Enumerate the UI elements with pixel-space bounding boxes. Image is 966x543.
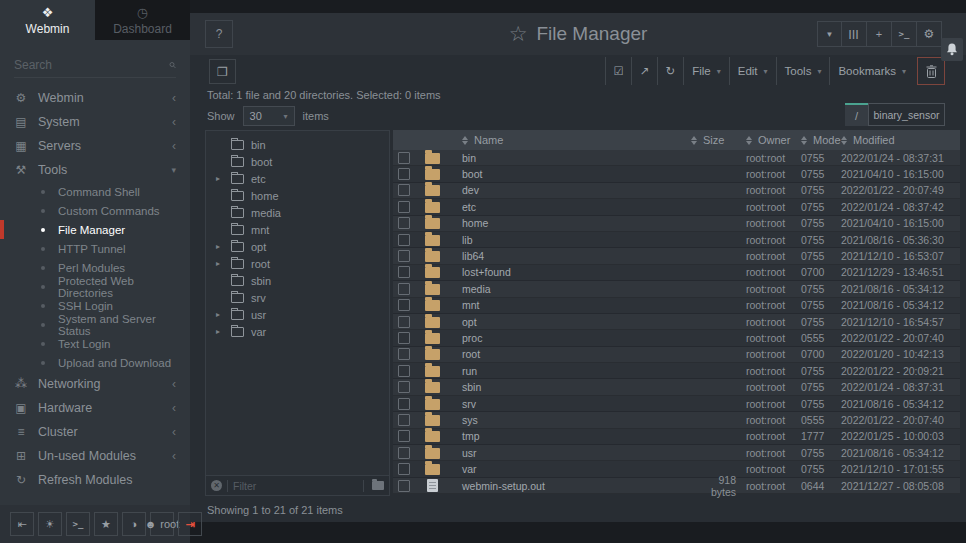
sidebar-footer-button[interactable]: ☀ [38, 512, 62, 536]
header-button[interactable]: ▼ [817, 21, 842, 47]
row-checkbox[interactable] [398, 234, 410, 246]
header-button[interactable]: + [867, 21, 892, 47]
expand-arrow-icon[interactable]: ▸ [216, 327, 224, 336]
sidebar-menu-item[interactable]: ⁂ Networking [0, 372, 190, 396]
table-row[interactable]: etc root:root 0755 2022/01/24 - 08:37:42 [393, 199, 960, 215]
table-row[interactable]: opt root:root 0755 2021/12/10 - 16:54:57 [393, 314, 960, 330]
tree-filter-input[interactable] [233, 480, 358, 492]
tree-item[interactable]: ▸ bin [206, 136, 389, 153]
expand-arrow-icon[interactable]: ▸ [216, 259, 224, 268]
column-header-modified[interactable]: Modified [841, 134, 960, 146]
sidebar-footer-button[interactable]: ☻ root [150, 512, 174, 536]
toolbar-icon-button[interactable]: ☑ [605, 57, 631, 85]
row-checkbox[interactable] [398, 184, 410, 196]
sidebar-menu-item[interactable]: System and Server Status [0, 315, 190, 334]
sidebar-footer-button[interactable]: ★ [94, 512, 118, 536]
row-checkbox[interactable] [398, 299, 410, 311]
row-checkbox[interactable] [398, 398, 410, 410]
sidebar-menu-item[interactable]: Protected Web Directories [0, 277, 190, 296]
sidebar-menu-item[interactable]: ↻ Refresh Modules [0, 468, 190, 492]
expand-arrow-icon[interactable]: ▸ [216, 242, 224, 251]
table-row[interactable]: sbin root:root 0755 2022/01/24 - 08:37:3… [393, 379, 960, 395]
table-row[interactable]: sys root:root 0555 2022/01/22 - 20:07:40 [393, 412, 960, 428]
sidebar-footer-button[interactable]: >_ [66, 512, 90, 536]
column-header-owner[interactable]: Owner [746, 134, 801, 146]
sidebar-footer-button[interactable]: ⇥ [178, 512, 202, 536]
expand-arrow-icon[interactable]: ▸ [216, 310, 224, 319]
expand-arrow-icon[interactable]: ▸ [216, 174, 224, 183]
tree-item[interactable]: ▸ var [206, 323, 389, 340]
row-checkbox[interactable] [398, 381, 410, 393]
table-row[interactable]: proc root:root 0555 2022/01/22 - 20:07:4… [393, 330, 960, 346]
table-row[interactable]: lost+found root:root 0700 2021/12/29 - 1… [393, 265, 960, 281]
sidebar-menu-item[interactable]: ⊞ Un-used Modules [0, 444, 190, 468]
sidebar-menu-item[interactable]: ▦ Servers [0, 134, 190, 158]
column-header-mode[interactable]: Mode [801, 134, 841, 146]
table-row[interactable]: lib root:root 0755 2021/08/16 - 05:36:30 [393, 232, 960, 248]
sidebar-menu-item[interactable]: File Manager [0, 220, 190, 239]
table-row[interactable]: mnt root:root 0755 2021/08/16 - 05:34:12 [393, 298, 960, 314]
row-checkbox[interactable] [398, 348, 410, 360]
row-checkbox[interactable] [398, 152, 410, 164]
tree-item[interactable]: ▸ root [206, 255, 389, 272]
header-button[interactable]: >_ [892, 21, 917, 47]
sidebar-menu-item[interactable]: ▤ System [0, 110, 190, 134]
copy-path-button[interactable]: ❐ [209, 59, 236, 84]
toolbar-menu-button[interactable]: File [683, 57, 729, 85]
sidebar-tab[interactable]: ❖ Webmin [0, 0, 95, 40]
row-checkbox[interactable] [398, 480, 410, 492]
table-row[interactable]: boot root:root 0755 2021/04/10 - 16:15:0… [393, 166, 960, 182]
sidebar-menu-item[interactable]: Upload and Download [0, 353, 190, 372]
row-checkbox[interactable] [398, 283, 410, 295]
table-row[interactable]: var root:root 0755 2021/12/10 - 17:01:55 [393, 461, 960, 477]
search-input[interactable] [14, 58, 169, 72]
table-row[interactable]: dev root:root 0755 2022/01/22 - 20:07:49 [393, 183, 960, 199]
tree-item[interactable]: ▸ media [206, 204, 389, 221]
sidebar-menu-item[interactable]: ⚒ Tools [0, 158, 190, 182]
clear-filter-icon[interactable]: ✕ [211, 480, 222, 491]
sidebar-footer-button[interactable]: ⇤ [10, 512, 34, 536]
row-checkbox[interactable] [398, 217, 410, 229]
table-row[interactable]: srv root:root 0755 2021/08/16 - 05:34:12 [393, 396, 960, 412]
row-checkbox[interactable] [398, 316, 410, 328]
table-row[interactable]: home root:root 0755 2021/04/10 - 16:15:0… [393, 216, 960, 232]
header-button[interactable]: ⚙ [917, 21, 942, 47]
sidebar-menu-item[interactable]: ⚙ Webmin [0, 86, 190, 110]
sidebar-footer-button[interactable]: ◑ [122, 512, 146, 536]
table-row[interactable]: tmp root:root 1777 2022/01/25 - 10:00:03 [393, 429, 960, 445]
toolbar-menu-button[interactable]: Tools [776, 57, 830, 85]
tree-item[interactable]: ▸ etc [206, 170, 389, 187]
row-checkbox[interactable] [398, 447, 410, 459]
trash-button[interactable] [917, 57, 945, 85]
column-header-size[interactable]: Size [691, 134, 746, 146]
favorite-star-icon[interactable]: ☆ [509, 22, 528, 46]
help-button[interactable]: ? [205, 20, 233, 48]
table-row[interactable]: run root:root 0755 2022/01/22 - 20:09:21 [393, 363, 960, 379]
sidebar-menu-item[interactable]: Text Login [0, 334, 190, 353]
tree-item[interactable]: ▸ mnt [206, 221, 389, 238]
sidebar-menu-item[interactable]: ≡ Cluster [0, 420, 190, 444]
toolbar-icon-button[interactable]: ↗ [631, 57, 657, 85]
table-row[interactable]: usr root:root 0755 2021/08/16 - 05:34:12 [393, 445, 960, 461]
table-row[interactable]: lib64 root:root 0755 2021/12/10 - 16:53:… [393, 248, 960, 264]
row-checkbox[interactable] [398, 332, 410, 344]
row-checkbox[interactable] [398, 168, 410, 180]
header-button[interactable]: ||| [842, 21, 867, 47]
path-location[interactable]: binary_sensor [868, 103, 945, 126]
tree-item[interactable]: ▸ boot [206, 153, 389, 170]
sidebar-tab[interactable]: ◷ Dashboard [95, 0, 190, 40]
row-checkbox[interactable] [398, 414, 410, 426]
path-root-button[interactable]: / [845, 103, 868, 126]
tree-item[interactable]: ▸ usr [206, 306, 389, 323]
page-size-select[interactable]: 30 [243, 106, 295, 126]
row-checkbox[interactable] [398, 463, 410, 475]
row-checkbox[interactable] [398, 201, 410, 213]
sidebar-menu-item[interactable]: Custom Commands [0, 201, 190, 220]
folder-icon[interactable] [372, 481, 384, 490]
row-checkbox[interactable] [398, 430, 410, 442]
row-checkbox[interactable] [398, 365, 410, 377]
tree-item[interactable]: ▸ srv [206, 289, 389, 306]
notifications-button[interactable] [941, 38, 963, 61]
table-row[interactable]: bin root:root 0755 2022/01/24 - 08:37:31 [393, 150, 960, 166]
table-row[interactable]: media root:root 0755 2021/08/16 - 05:34:… [393, 281, 960, 297]
